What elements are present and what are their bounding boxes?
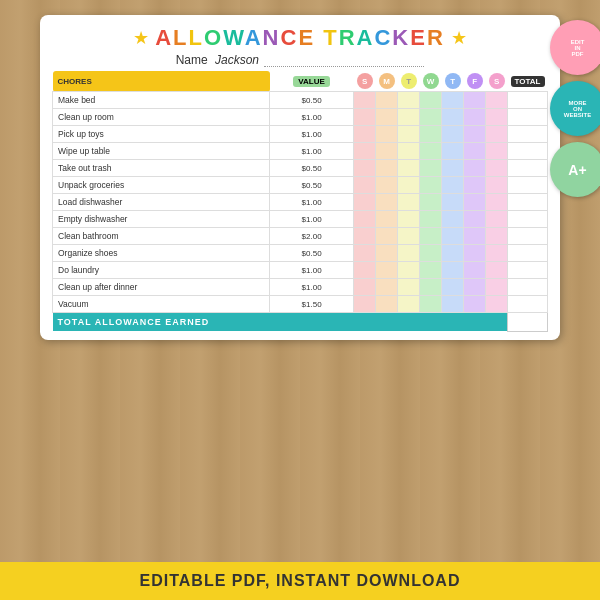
day-check-cell[interactable] bbox=[398, 279, 420, 296]
day-check-cell[interactable] bbox=[442, 296, 464, 313]
day-check-cell[interactable] bbox=[398, 160, 420, 177]
day-check-cell[interactable] bbox=[442, 160, 464, 177]
day-check-cell[interactable] bbox=[464, 296, 486, 313]
day-check-cell[interactable] bbox=[398, 211, 420, 228]
day-check-cell[interactable] bbox=[376, 262, 398, 279]
day-check-cell[interactable] bbox=[486, 296, 508, 313]
day-check-cell[interactable] bbox=[464, 109, 486, 126]
day-check-cell[interactable] bbox=[486, 194, 508, 211]
day-check-cell[interactable] bbox=[464, 160, 486, 177]
day-check-cell[interactable] bbox=[420, 296, 442, 313]
day-check-cell[interactable] bbox=[398, 228, 420, 245]
day-check-cell[interactable] bbox=[420, 126, 442, 143]
day-check-cell[interactable] bbox=[420, 143, 442, 160]
day-check-cell[interactable] bbox=[420, 245, 442, 262]
day-check-cell[interactable] bbox=[486, 177, 508, 194]
day-check-cell[interactable] bbox=[442, 177, 464, 194]
day-check-cell[interactable] bbox=[354, 143, 376, 160]
day-check-cell[interactable] bbox=[376, 126, 398, 143]
day-t1-header: T bbox=[398, 71, 420, 92]
day-check-cell[interactable] bbox=[354, 194, 376, 211]
day-check-cell[interactable] bbox=[398, 245, 420, 262]
day-check-cell[interactable] bbox=[464, 143, 486, 160]
day-check-cell[interactable] bbox=[486, 92, 508, 109]
day-check-cell[interactable] bbox=[354, 126, 376, 143]
day-check-cell[interactable] bbox=[486, 279, 508, 296]
day-check-cell[interactable] bbox=[442, 92, 464, 109]
day-check-cell[interactable] bbox=[464, 262, 486, 279]
day-check-cell[interactable] bbox=[398, 126, 420, 143]
day-check-cell[interactable] bbox=[376, 160, 398, 177]
day-check-cell[interactable] bbox=[420, 228, 442, 245]
day-check-cell[interactable] bbox=[442, 143, 464, 160]
day-check-cell[interactable] bbox=[420, 109, 442, 126]
day-check-cell[interactable] bbox=[354, 211, 376, 228]
day-check-cell[interactable] bbox=[376, 194, 398, 211]
day-check-cell[interactable] bbox=[354, 296, 376, 313]
day-check-cell[interactable] bbox=[354, 160, 376, 177]
day-check-cell[interactable] bbox=[486, 160, 508, 177]
day-check-cell[interactable] bbox=[376, 228, 398, 245]
day-check-cell[interactable] bbox=[376, 177, 398, 194]
day-check-cell[interactable] bbox=[354, 279, 376, 296]
day-check-cell[interactable] bbox=[398, 92, 420, 109]
day-check-cell[interactable] bbox=[376, 245, 398, 262]
day-check-cell[interactable] bbox=[464, 92, 486, 109]
day-check-cell[interactable] bbox=[486, 126, 508, 143]
day-check-cell[interactable] bbox=[354, 245, 376, 262]
day-check-cell[interactable] bbox=[464, 194, 486, 211]
day-check-cell[interactable] bbox=[442, 262, 464, 279]
day-check-cell[interactable] bbox=[398, 143, 420, 160]
day-check-cell[interactable] bbox=[464, 279, 486, 296]
day-check-cell[interactable] bbox=[398, 177, 420, 194]
day-check-cell[interactable] bbox=[442, 194, 464, 211]
day-check-cell[interactable] bbox=[398, 194, 420, 211]
table-row: Clean up room$1.00 bbox=[53, 109, 548, 126]
day-check-cell[interactable] bbox=[420, 279, 442, 296]
day-check-cell[interactable] bbox=[354, 262, 376, 279]
day-check-cell[interactable] bbox=[376, 143, 398, 160]
day-check-cell[interactable] bbox=[376, 296, 398, 313]
day-check-cell[interactable] bbox=[354, 92, 376, 109]
chores-table: CHORES VALUE S M T bbox=[52, 71, 548, 332]
day-check-cell[interactable] bbox=[442, 109, 464, 126]
day-check-cell[interactable] bbox=[464, 177, 486, 194]
day-check-cell[interactable] bbox=[376, 109, 398, 126]
day-check-cell[interactable] bbox=[486, 211, 508, 228]
chore-name: Pick up toys bbox=[53, 126, 270, 143]
day-check-cell[interactable] bbox=[354, 109, 376, 126]
day-check-cell[interactable] bbox=[442, 126, 464, 143]
day-check-cell[interactable] bbox=[398, 296, 420, 313]
day-check-cell[interactable] bbox=[398, 109, 420, 126]
day-check-cell[interactable] bbox=[354, 228, 376, 245]
day-check-cell[interactable] bbox=[442, 211, 464, 228]
day-check-cell[interactable] bbox=[464, 245, 486, 262]
table-row: Load dishwasher$1.00 bbox=[53, 194, 548, 211]
day-check-cell[interactable] bbox=[420, 92, 442, 109]
day-check-cell[interactable] bbox=[486, 262, 508, 279]
day-check-cell[interactable] bbox=[486, 245, 508, 262]
day-check-cell[interactable] bbox=[420, 177, 442, 194]
table-row: Unpack groceries$0.50 bbox=[53, 177, 548, 194]
day-check-cell[interactable] bbox=[464, 126, 486, 143]
day-check-cell[interactable] bbox=[464, 211, 486, 228]
day-check-cell[interactable] bbox=[376, 92, 398, 109]
day-check-cell[interactable] bbox=[420, 211, 442, 228]
table-row: Organize shoes$0.50 bbox=[53, 245, 548, 262]
day-check-cell[interactable] bbox=[354, 177, 376, 194]
chore-value: $0.50 bbox=[270, 92, 354, 109]
day-check-cell[interactable] bbox=[420, 194, 442, 211]
day-check-cell[interactable] bbox=[420, 160, 442, 177]
day-check-cell[interactable] bbox=[486, 143, 508, 160]
day-check-cell[interactable] bbox=[442, 279, 464, 296]
day-check-cell[interactable] bbox=[376, 279, 398, 296]
day-check-cell[interactable] bbox=[486, 228, 508, 245]
day-check-cell[interactable] bbox=[486, 109, 508, 126]
day-check-cell[interactable] bbox=[442, 228, 464, 245]
day-check-cell[interactable] bbox=[464, 228, 486, 245]
day-check-cell[interactable] bbox=[420, 262, 442, 279]
chore-value: $2.00 bbox=[270, 228, 354, 245]
day-check-cell[interactable] bbox=[442, 245, 464, 262]
day-check-cell[interactable] bbox=[398, 262, 420, 279]
day-check-cell[interactable] bbox=[376, 211, 398, 228]
